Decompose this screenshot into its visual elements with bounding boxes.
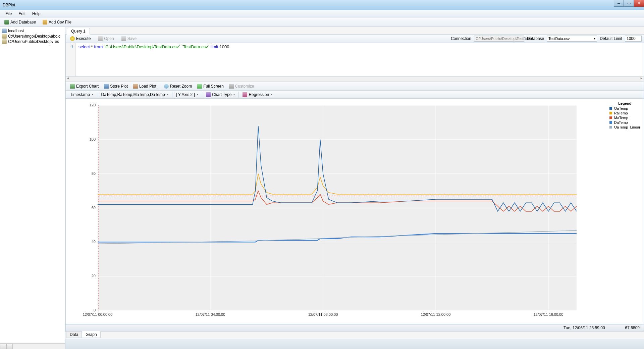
x-tick-label: 12/07/11 04:00:00 — [192, 312, 229, 316]
sql-editor[interactable]: 1 select * from `C:\Users\Public\Desktop… — [65, 43, 644, 77]
reset-zoom-button[interactable]: Reset Zoom — [162, 83, 194, 90]
legend-label: DaTemp — [614, 120, 628, 125]
tree-item-file[interactable]: C:\Users\Public\Desktop\Tes — [1, 39, 64, 44]
export-chart-button[interactable]: Export Chart — [68, 83, 101, 90]
query-tabstrip: Query 1 — [65, 27, 644, 34]
status-time: Tue, 12/06/11 23:59:00 — [564, 326, 605, 330]
store-plot-button[interactable]: Store Plot — [102, 83, 130, 90]
connection-tree: localhost C:\Users\hngo\Desktop\abc.c C:… — [0, 27, 65, 46]
save-label: Save — [127, 36, 137, 41]
tree-label: C:\Users\Public\Desktop\Tes — [8, 39, 59, 44]
chart-toolbar: Export Chart Store Plot Load Plot Reset … — [65, 82, 644, 91]
y-tick-label: 100 — [86, 137, 96, 141]
legend-label: MaTemp — [614, 115, 628, 120]
xaxis-dropdown[interactable]: Timestamp — [68, 91, 96, 98]
connection-select[interactable]: C:\Users\Public\Desktop\TestData▾ — [474, 36, 524, 42]
main-area: localhost C:\Users\hngo\Desktop\abc.c C:… — [0, 27, 644, 349]
full-screen-button[interactable]: Full Screen — [195, 83, 226, 90]
database-select[interactable]: TestData.csv▾ — [547, 36, 597, 42]
close-button[interactable]: ✕ — [634, 0, 644, 7]
csv-icon — [43, 20, 47, 24]
y-tick-label: 80 — [86, 171, 96, 176]
tab-query1[interactable]: Query 1 — [67, 28, 90, 35]
execute-label: Execute — [76, 36, 91, 41]
customize-button[interactable]: Customize — [227, 83, 257, 90]
server-icon — [2, 29, 7, 33]
bottom-tabstrip: Data Graph — [65, 332, 644, 339]
tree-item-server[interactable]: localhost — [1, 28, 64, 34]
store-icon — [104, 84, 109, 89]
content-area: Query 1 Execute Open Save Connection C:\… — [65, 27, 644, 349]
chart-area[interactable]: Legend OaTempRaTempMaTempDaTempOaTemp_Li… — [65, 99, 644, 324]
y-tick-label: 40 — [86, 240, 96, 244]
legend-swatch — [609, 126, 612, 129]
add-csv-label: Add Csv File — [49, 20, 71, 24]
add-database-label: Add Database — [10, 20, 36, 24]
legend-swatch — [609, 107, 612, 110]
editor-code[interactable]: select * from `C:\Users\Public\Desktop\T… — [76, 43, 232, 76]
save-icon — [121, 36, 126, 41]
minimize-button[interactable]: ─ — [614, 0, 624, 7]
menubar: File Edit Help — [0, 10, 644, 17]
fullscreen-icon — [197, 84, 202, 89]
main-toolbar: Add Database Add Csv File — [0, 17, 644, 27]
app-title: DBPlot — [3, 3, 15, 7]
load-icon — [133, 84, 138, 89]
regression-dropdown[interactable]: Regression — [240, 91, 275, 98]
add-database-button[interactable]: Add Database — [2, 19, 38, 26]
yaxis-dropdown[interactable]: OaTemp,RaTemp,MaTemp,DaTemp — [99, 91, 171, 98]
legend-item: OaTemp_Linear — [609, 125, 640, 130]
sidebar-scrollbar[interactable] — [0, 343, 65, 349]
legend-swatch — [609, 121, 612, 124]
execute-icon — [70, 36, 75, 41]
tab-data[interactable]: Data — [66, 332, 82, 338]
yaxis2-dropdown[interactable]: [ Y Axis 2 ] — [174, 91, 201, 98]
chart-type-dropdown[interactable]: Chart Type — [204, 91, 237, 98]
y-tick-label: 120 — [86, 103, 96, 107]
open-button[interactable]: Open — [96, 35, 116, 42]
regression-icon — [243, 92, 247, 97]
x-tick-label: 12/07/11 00:00:00 — [79, 312, 116, 316]
y-tick-label: 60 — [86, 206, 96, 210]
save-button[interactable]: Save — [119, 35, 139, 42]
add-csv-button[interactable]: Add Csv File — [40, 19, 74, 26]
menu-file[interactable]: File — [2, 11, 15, 17]
y-tick-label: 0 — [86, 308, 96, 312]
customize-icon — [229, 84, 234, 89]
x-tick-label: 12/07/11 16:00:00 — [530, 312, 567, 316]
chart-svg — [66, 99, 644, 324]
execute-button[interactable]: Execute — [68, 35, 93, 42]
menu-help[interactable]: Help — [29, 11, 44, 17]
chart-toolbar-2: Timestamp OaTemp,RaTemp,MaTemp,DaTemp [ … — [65, 91, 644, 99]
legend-item: MaTemp — [609, 115, 640, 120]
titlebar: DBPlot ─ ▭ ✕ — [0, 0, 644, 10]
limit-label: Default Limit — [600, 36, 622, 41]
legend: Legend OaTempRaTempMaTempDaTempOaTemp_Li… — [609, 101, 640, 130]
tree-label: C:\Users\hngo\Desktop\abc.c — [8, 34, 60, 39]
sidebar: localhost C:\Users\hngo\Desktop\abc.c C:… — [0, 27, 65, 349]
legend-label: RaTemp — [614, 111, 628, 115]
x-tick-label: 12/07/11 08:00:00 — [305, 312, 341, 316]
y-tick-label: 20 — [86, 274, 96, 278]
editor-scrollbar[interactable] — [65, 77, 644, 82]
legend-item: DaTemp — [609, 120, 640, 125]
open-icon — [98, 36, 103, 41]
tree-label: localhost — [8, 29, 24, 33]
file-icon — [2, 34, 7, 39]
file-icon — [2, 39, 7, 44]
status-value: 67.6809 — [625, 326, 640, 330]
tree-item-file[interactable]: C:\Users\hngo\Desktop\abc.c — [1, 34, 64, 39]
chart-status: Tue, 12/06/11 23:59:00 67.6809 — [65, 324, 644, 332]
legend-item: OaTemp — [609, 106, 640, 111]
database-icon — [4, 20, 9, 24]
menu-edit[interactable]: Edit — [15, 11, 29, 17]
zoom-icon — [164, 84, 169, 89]
editor-gutter: 1 — [66, 43, 76, 76]
export-icon — [70, 84, 75, 89]
open-label: Open — [104, 36, 114, 41]
footer — [65, 339, 644, 349]
tab-graph[interactable]: Graph — [82, 331, 100, 338]
load-plot-button[interactable]: Load Plot — [131, 83, 159, 90]
maximize-button[interactable]: ▭ — [624, 0, 634, 7]
limit-input[interactable] — [625, 36, 642, 42]
